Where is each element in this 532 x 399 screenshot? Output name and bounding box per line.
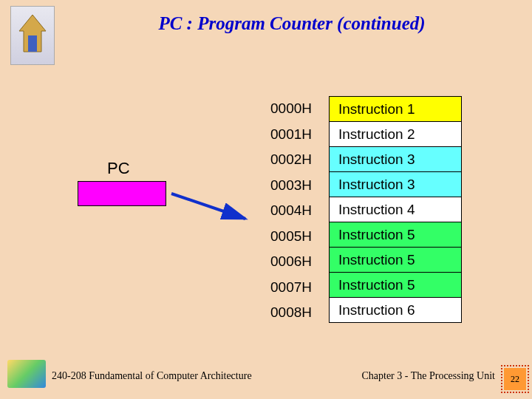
address-cell: 0008H	[244, 300, 318, 326]
address-cell: 0006H	[244, 249, 318, 275]
address-cell: 0002H	[244, 147, 318, 173]
address-cell: 0003H	[244, 173, 318, 199]
page-number-badge: 22	[504, 368, 526, 390]
footer-chapter: Chapter 3 - The Processing Unit	[361, 370, 495, 382]
instruction-cell: Instruction 5	[329, 248, 461, 273]
instruction-cell: Instruction 2	[329, 122, 461, 147]
instruction-cell: Instruction 5	[329, 273, 461, 298]
pc-label: PC	[107, 159, 130, 178]
instruction-cell: Instruction 1	[329, 97, 461, 122]
footer-logo	[7, 360, 46, 388]
footer-course: 240-208 Fundamental of Computer Architec…	[52, 370, 252, 382]
instruction-column: Instruction 1 Instruction 2 Instruction …	[329, 96, 462, 323]
slide-title: PC : Program Counter (continued)	[85, 13, 499, 34]
page-number: 22	[511, 374, 519, 385]
address-cell: 0000H	[244, 96, 318, 122]
pc-register-box	[78, 181, 166, 206]
address-cell: 0001H	[244, 122, 318, 148]
address-cell: 0007H	[244, 275, 318, 301]
address-cell: 0005H	[244, 224, 318, 250]
instruction-cell: Instruction 4	[329, 197, 461, 222]
instruction-cell: Instruction 3	[329, 172, 461, 197]
university-logo	[10, 6, 55, 65]
address-column: 0000H 0001H 0002H 0003H 0004H 0005H 0006…	[244, 96, 318, 326]
instruction-cell: Instruction 3	[329, 147, 461, 172]
instruction-cell: Instruction 6	[329, 298, 461, 323]
address-cell: 0004H	[244, 198, 318, 224]
svg-rect-1	[28, 35, 37, 52]
svg-line-2	[171, 194, 245, 219]
instruction-cell: Instruction 5	[329, 222, 461, 248]
